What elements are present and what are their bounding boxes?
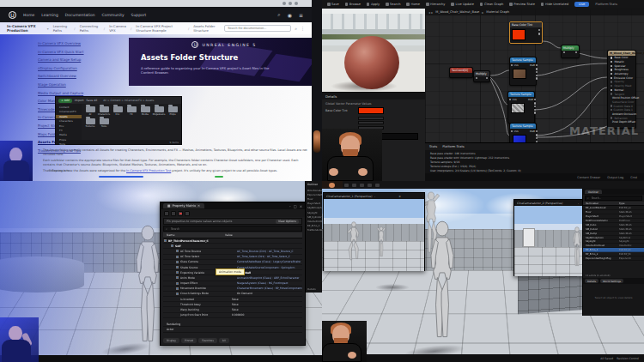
save-button[interactable]: Save [327, 3, 339, 6]
tab-details[interactable]: Details [585, 279, 598, 283]
list-item[interactable]: SM_Cylinder [306, 214, 322, 219]
sidebar-item[interactable]: Camera and Stage Setup [38, 57, 129, 62]
material-graph[interactable]: ◂ ▸ M_Wood_Chair_Walnut_Base ▸ Material … [425, 9, 644, 142]
folder-tile[interactable]: Textures [85, 118, 95, 128]
folder-tile[interactable]: Env [112, 106, 123, 116]
folder-tile[interactable]: AI [85, 106, 95, 116]
tree-item[interactable]: Tools [56, 142, 82, 146]
checkbox[interactable] [176, 256, 179, 258]
checkbox[interactable] [176, 293, 179, 295]
tree-item[interactable]: Props [56, 138, 82, 142]
add-button[interactable]: + Add [58, 99, 72, 103]
checkbox[interactable] [176, 271, 179, 274]
folder-tile[interactable]: MegaScans [154, 106, 164, 116]
list-item[interactable]: SkyAtmosphere [306, 206, 322, 210]
checkbox[interactable] [171, 244, 173, 247]
tab-platform-stats[interactable]: Platform Stats [442, 145, 464, 148]
list-item[interactable]: ExponentialHeightFog [306, 192, 322, 196]
nav-item-support[interactable]: Support [131, 13, 147, 17]
breadcrumb-root[interactable]: In-Camera VFX Production [7, 24, 43, 33]
live-update-button[interactable]: Live Update [451, 3, 474, 6]
save-all-button[interactable]: Save All [86, 99, 97, 102]
tab-display[interactable]: Display [163, 338, 179, 343]
toolbar-button[interactable] [352, 184, 356, 187]
close-icon[interactable]: × [398, 195, 422, 198]
toolbar-button[interactable] [360, 184, 364, 187]
node-texcoord[interactable]: TexCoord[0] [449, 67, 473, 78]
color-swatch[interactable] [358, 107, 384, 114]
asset-name[interactable]: M_Wood_Chair_Walnut_Base [435, 10, 479, 14]
list-item[interactable]: VolumetricCloud [306, 219, 322, 223]
tree-item[interactable]: InCameraVFX [56, 110, 82, 113]
material-preview-viewport[interactable] [322, 9, 425, 92]
doc-link[interactable]: In-Camera VFX Production Test [126, 169, 171, 172]
toolbar-button[interactable] [344, 184, 349, 187]
breadcrumb-item[interactable]: In-Camera VFX Project Structure Example [136, 24, 184, 33]
checkbox[interactable] [176, 266, 179, 268]
column-name[interactable]: Name [163, 233, 225, 237]
output-log-button[interactable]: Output Log [607, 176, 623, 179]
echo-character-main[interactable] [418, 219, 466, 349]
search-icon[interactable]: ⌕ [295, 26, 297, 32]
tab-all[interactable]: All [219, 338, 229, 343]
outliner-search-input[interactable] [590, 196, 640, 201]
list-item[interactable]: DirectionalLight [306, 188, 322, 192]
tab-world-settings[interactable]: World Settings [600, 279, 623, 283]
param-color-swatch[interactable] [512, 29, 526, 40]
tree-item-selected[interactable]: Assets [56, 115, 82, 118]
home-button[interactable]: Home [406, 3, 420, 6]
toolbar-button[interactable] [375, 184, 380, 187]
breadcrumb-item[interactable]: Connecting Paths [80, 24, 100, 33]
sidebar-item[interactable]: Media Output and Capture [38, 91, 129, 95]
column-type[interactable]: Type [619, 202, 624, 205]
sidebar-item[interactable]: nDisplay Configuration [38, 66, 129, 70]
minimize-icon[interactable]: – [374, 195, 398, 198]
settings-icon[interactable] [185, 211, 190, 216]
folder-tile[interactable]: Characters [99, 106, 109, 116]
sidebar-item[interactable]: In-Camera VFX Overview [38, 41, 129, 45]
doc-search-input[interactable] [224, 25, 291, 32]
nav-item-home[interactable]: Home [23, 13, 34, 17]
apply-button[interactable]: Apply [367, 3, 380, 6]
tab-outliner[interactable]: Outliner [585, 190, 602, 194]
value-field[interactable] [358, 117, 384, 120]
checkbox[interactable] [176, 282, 179, 285]
tab-details[interactable]: Details [307, 287, 316, 291]
breadcrumb-item[interactable]: Learning Paths [53, 24, 70, 33]
language-icon[interactable]: ⋮ [301, 26, 305, 31]
search-icon[interactable]: ⌕ [277, 11, 280, 18]
save-icon[interactable] [164, 211, 169, 216]
node-texture-sample-normal[interactable]: Texture Sample UVs RGB [509, 123, 537, 142]
matrix-search-input[interactable] [169, 226, 300, 232]
tab-pinned[interactable]: Pinned [181, 338, 197, 343]
tab-details[interactable]: Details [325, 94, 337, 99]
preview-state-button[interactable]: Preview State [509, 3, 535, 6]
sidebar-item[interactable]: Switchboard Overview [38, 74, 129, 78]
node-multiply[interactable]: Multiply [473, 70, 490, 82]
toolbar-button[interactable] [368, 184, 372, 187]
node-material-result[interactable]: M_Wood_Chair_Walnut_Base Base Color Meta… [607, 50, 636, 129]
tab-stats[interactable]: Stats [429, 145, 437, 148]
folder-tile[interactable]: Media [140, 106, 150, 116]
user-icon[interactable]: ◉ [288, 12, 292, 18]
cmd-button[interactable]: Cmd [630, 176, 637, 179]
minimize-icon[interactable]: – [289, 204, 291, 208]
node-texture-sample-roughness[interactable]: Texture Sample UVs RGB [507, 91, 535, 124]
tree-item[interactable]: FX [56, 129, 82, 132]
close-icon[interactable]: × [197, 204, 200, 208]
nav-item-learning[interactable]: Learning [41, 13, 58, 17]
clean-graph-button[interactable]: Clean Graph [480, 3, 503, 6]
checkbox[interactable] [164, 239, 167, 242]
list-item[interactable]: BP_Echo_1 [306, 224, 322, 228]
node-multiply[interactable]: Multiply [561, 45, 580, 58]
breadcrumb-item[interactable]: In-Camera VFX [109, 24, 126, 33]
table-row[interactable]: ExponentialHeightFogExponenti [583, 256, 644, 261]
import-button[interactable]: Import [75, 99, 84, 102]
checkbox[interactable] [176, 276, 179, 279]
value-field[interactable] [358, 121, 384, 124]
tree-item[interactable]: Env [56, 124, 82, 128]
browse-button[interactable]: Browse [345, 3, 361, 6]
folder-tile[interactable]: Tools [99, 118, 109, 128]
revision-control-button[interactable]: Revision Control [617, 357, 639, 360]
node-vector-parameter[interactable]: Base Color Tint [509, 21, 543, 44]
